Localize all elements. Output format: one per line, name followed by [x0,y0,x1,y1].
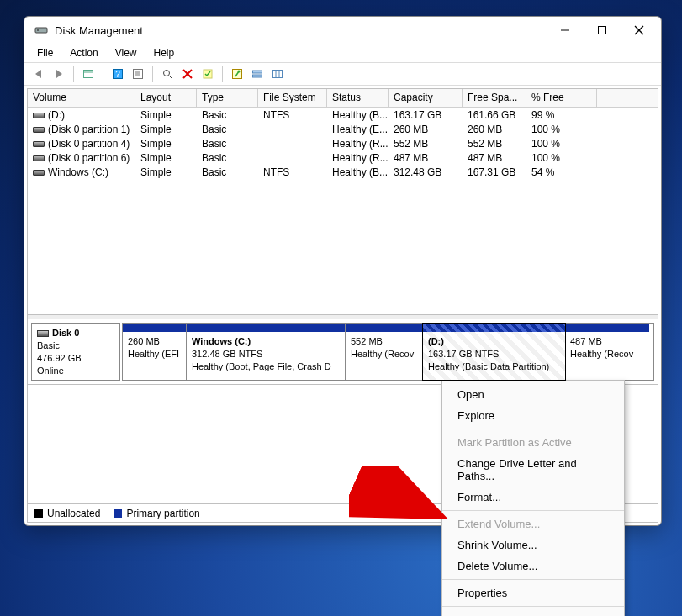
ctx-extend: Extend Volume... [442,513,624,534]
volume-icon [33,141,45,147]
toolbar-separator [152,66,153,82]
svg-text:?: ? [115,70,120,79]
volume-icon [33,155,45,161]
table-row[interactable]: (Disk 0 partition 4)SimpleBasicHealthy (… [28,136,658,150]
column-free[interactable]: Free Spa... [463,89,526,107]
ctx-format[interactable]: Format... [442,487,624,508]
window-title: Disk Management [55,24,547,37]
menu-action[interactable]: Action [62,45,105,61]
column-layout[interactable]: Layout [135,89,197,107]
disk-list-button[interactable] [248,65,267,83]
menu-help[interactable]: Help [146,45,182,61]
table-row[interactable]: Windows (C:)SimpleBasicNTFSHealthy (B...… [28,165,658,179]
svg-rect-23 [273,71,283,78]
toolbar-separator [73,66,74,82]
ctx-separator [442,579,624,580]
partition[interactable]: (D:)163.17 GB NTFSHealthy (Basic Data Pa… [422,323,566,381]
volume-list-header: Volume Layout Type File System Status Ca… [28,89,658,108]
column-status[interactable]: Status [327,89,389,107]
ctx-properties[interactable]: Properties [442,582,624,603]
ctx-separator [442,510,624,511]
column-type[interactable]: Type [197,89,258,107]
partition-strip: 260 MBHealthy (EFIWindows (C:)312.48 GB … [122,323,654,381]
partition[interactable]: 552 MBHealthy (Recov [346,324,423,380]
refresh-button[interactable] [198,65,217,83]
svg-point-20 [238,71,241,73]
disk-info[interactable]: Disk 0 Basic 476.92 GB Online [31,323,120,381]
maximize-button[interactable] [584,18,621,43]
svg-point-1 [37,29,39,31]
context-menu: Open Explore Mark Partition as Active Ch… [441,380,625,616]
partition[interactable]: Windows (C:)312.48 GB NTFSHealthy (Boot,… [187,324,346,380]
ctx-change-letter[interactable]: Change Drive Letter and Paths... [442,453,624,487]
toolbar: ? [24,62,661,86]
close-button[interactable] [621,18,658,43]
ctx-help[interactable]: Help [442,609,624,616]
menu-view[interactable]: View [108,45,145,61]
help-button[interactable]: ? [108,65,127,83]
disk-icon [37,330,49,337]
disk-name: Disk 0 [52,328,79,338]
svg-rect-21 [253,71,262,73]
column-capacity[interactable]: Capacity [389,89,463,107]
svg-rect-6 [84,71,93,78]
ctx-delete[interactable]: Delete Volume... [442,555,624,577]
volume-icon [33,127,45,133]
partition[interactable]: 260 MBHealthy (EFI [123,324,187,380]
column-filesystem[interactable]: File System [258,89,327,107]
disk-type: Basic [37,340,60,350]
settings-button[interactable] [228,65,246,83]
ctx-shrink[interactable]: Shrink Volume... [442,534,624,555]
volume-icon [33,170,45,176]
table-row[interactable]: (Disk 0 partition 6)SimpleBasicHealthy (… [28,150,658,165]
ctx-explore[interactable]: Explore [442,405,624,426]
legend-unallocated: Unallocated [34,508,100,519]
ctx-open[interactable]: Open [442,384,624,405]
disk-size: 476.92 GB [37,353,82,363]
ctx-separator [442,429,624,429]
partition[interactable]: 487 MBHealthy (Recov [565,324,649,380]
forward-button[interactable] [50,65,68,83]
table-row[interactable]: (D:)SimpleBasicNTFSHealthy (B...163.17 G… [28,108,658,122]
svg-rect-3 [599,27,606,34]
svg-rect-22 [253,75,262,77]
ctx-separator [442,606,624,607]
svg-point-14 [164,71,170,76]
volume-list-button[interactable] [268,65,287,83]
toolbar-separator [222,66,223,82]
disk-status: Online [37,366,64,376]
ctx-mark-active: Mark Partition as Active [442,432,624,453]
table-row[interactable]: (Disk 0 partition 1)SimpleBasicHealthy (… [28,122,658,136]
minimize-button[interactable] [547,18,584,43]
show-hide-console-button[interactable] [79,65,98,83]
volume-icon [33,113,45,118]
disk-row: Disk 0 Basic 476.92 GB Online 260 MBHeal… [28,319,658,385]
menu-file[interactable]: File [29,45,61,61]
svg-line-15 [169,76,172,79]
properties-button[interactable] [129,65,147,83]
back-button[interactable] [29,65,48,83]
column-volume[interactable]: Volume [28,89,135,107]
explore-button[interactable] [158,65,177,83]
toolbar-separator [103,66,103,82]
column-pctfree[interactable]: % Free [526,89,597,107]
titlebar: Disk Management [24,17,661,44]
delete-button[interactable] [178,65,197,83]
legend-primary: Primary partition [114,508,199,519]
volume-list[interactable]: (D:)SimpleBasicNTFSHealthy (B...163.17 G… [28,108,658,314]
menubar: File Action View Help [24,44,661,62]
app-icon [34,24,48,37]
